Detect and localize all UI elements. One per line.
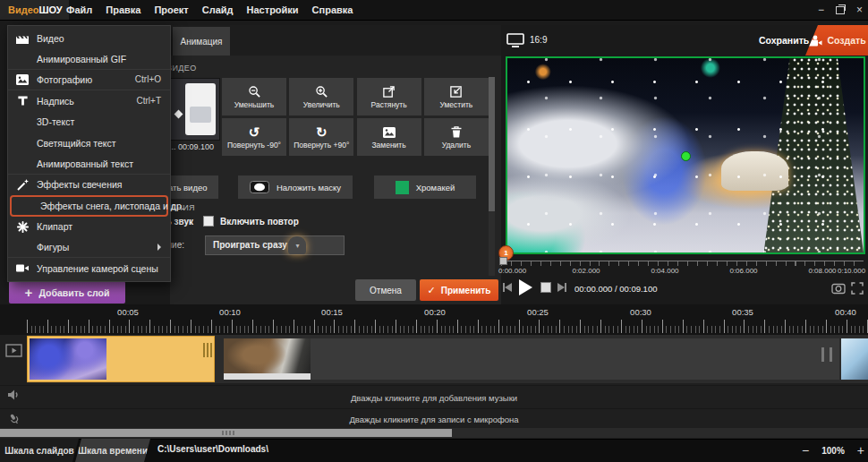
- rotate-ccw-button[interactable]: ↺ Повернуть -90°: [222, 118, 286, 156]
- menu-file[interactable]: Файл: [66, 4, 92, 15]
- rotate-ccw-icon: ↺: [249, 125, 260, 140]
- cancel-button[interactable]: Отмена: [355, 279, 416, 301]
- menu-item-video[interactable]: Видео: [8, 28, 170, 48]
- current-path-label: C:\Users\user\Downloads\: [157, 444, 268, 454]
- tl-label-7: 00:40: [835, 307, 856, 317]
- menu-settings[interactable]: Настройки: [247, 4, 299, 15]
- zoom-out-timeline-button[interactable]: −: [802, 444, 809, 457]
- scene-camera-icon: [8, 262, 37, 274]
- delete-button[interactable]: Удалить: [424, 118, 489, 156]
- music-track[interactable]: Дважды кликните для добавления музыки: [0, 385, 868, 409]
- chroma-key-button[interactable]: Хромакей: [374, 175, 476, 199]
- menu-items: Файл Правка Проект Слайд Настройки Справ…: [66, 0, 353, 20]
- menu-item-clipart[interactable]: Клипарт: [8, 217, 170, 237]
- zoom-in-timeline-button[interactable]: +: [857, 444, 864, 457]
- clip-2-thumbnail[interactable]: [224, 338, 311, 380]
- clip-duration-label: ... 00:09.100: [169, 142, 214, 151]
- menu-slide[interactable]: Слайд: [202, 4, 234, 15]
- mask-icon: [250, 181, 269, 193]
- menu-item-glow-text[interactable]: Светящийся текст: [8, 133, 170, 153]
- menu-project[interactable]: Проект: [154, 4, 188, 15]
- edit-panel: [170, 25, 501, 304]
- menu-edit[interactable]: Правка: [106, 4, 140, 15]
- menu-item-shapes[interactable]: Фигуры: [8, 237, 170, 258]
- timeline-clip-3[interactable]: [841, 338, 868, 380]
- stretch-button[interactable]: Растянуть: [357, 78, 421, 116]
- menu-item-3d-text[interactable]: 3D-текст: [8, 112, 170, 133]
- menu-item-animated-text[interactable]: Анимированный текст: [8, 153, 170, 174]
- menu-item-photo[interactable]: Фотографию Ctrl+O: [8, 70, 170, 90]
- trash-icon: [450, 125, 463, 140]
- add-layer-dropdown-menu: Видео Анимированный GIF Фотографию Ctrl+…: [7, 25, 171, 282]
- clip-1-thumbnail[interactable]: [30, 338, 106, 380]
- aspect-ratio-label: 16:9: [530, 35, 547, 45]
- app-logo[interactable]: ВидеоШОУ: [0, 0, 69, 20]
- chroma-green-icon: [396, 181, 409, 194]
- zoom-in-icon: [315, 85, 328, 99]
- window-controls: − ×: [818, 0, 863, 20]
- menu-item-scene-camera[interactable]: Управление камерой сцены: [8, 258, 170, 278]
- menu-help[interactable]: Справка: [312, 4, 353, 15]
- clip-1-trim-handle[interactable]: [203, 343, 212, 357]
- submenu-arrow-icon: [157, 244, 161, 251]
- mask-button[interactable]: Наложить маску: [238, 175, 353, 199]
- clip-2-trim-handle[interactable]: [821, 347, 832, 362]
- preview-seek-handle[interactable]: [499, 257, 507, 265]
- preview-ruler-ticks[interactable]: [501, 261, 864, 266]
- fit-button[interactable]: Уместить: [424, 78, 489, 116]
- logo-text-white: ШОУ: [39, 4, 63, 15]
- zoom-out-icon: [248, 85, 261, 99]
- logo-text-orange: Видео: [8, 4, 39, 15]
- repeat-checkbox[interactable]: [203, 216, 214, 227]
- text-tool-icon: [8, 95, 37, 107]
- section-video-label: ВИДЕО: [166, 64, 197, 73]
- restore-button[interactable]: [836, 6, 845, 14]
- minimize-button[interactable]: −: [818, 4, 824, 15]
- repeat-checkbox-row[interactable]: Включить повтор: [203, 216, 299, 227]
- zoom-in-button[interactable]: Увеличить: [289, 78, 353, 116]
- close-button[interactable]: ×: [856, 4, 863, 15]
- tl-label-2: 00:15: [321, 307, 343, 317]
- tab-time-scale[interactable]: Шкала времени: [75, 439, 150, 462]
- preview-tick-4: 0:08.000: [808, 267, 836, 275]
- fullscreen-icon[interactable]: [851, 282, 864, 295]
- menu-item-snow-effects[interactable]: Эффекты снега, листопада и др.: [10, 195, 168, 216]
- preview-viewport[interactable]: [506, 56, 865, 254]
- menu-item-glow-effects[interactable]: Эффекты свечения: [8, 175, 170, 195]
- timeline-clip-2[interactable]: [224, 338, 839, 380]
- videoshow-app-window: ВидеоШОУ Файл Правка Проект Слайд Настро…: [0, 0, 868, 462]
- zoom-controls: − 100% +: [802, 439, 864, 462]
- timeline-hscrollbar-thumb[interactable]: [0, 429, 452, 437]
- stop-button[interactable]: [540, 282, 551, 293]
- menu-item-animated-gif[interactable]: Анимированный GIF: [8, 48, 170, 69]
- center-handle[interactable]: [681, 151, 691, 161]
- preview-tick-0: 0:00.000: [498, 267, 526, 275]
- clip-photo-shape: [185, 83, 216, 135]
- zoom-out-button[interactable]: Уменьшить: [222, 78, 286, 116]
- play-button[interactable]: [519, 279, 532, 295]
- timeline-ruler-ticks[interactable]: [27, 320, 868, 333]
- microphone-track[interactable]: Дважды кликните для записи с микрофона: [0, 408, 868, 429]
- rotate-cw-button[interactable]: ↻ Повернуть +90°: [289, 118, 353, 156]
- current-clip-thumbnail[interactable]: [168, 78, 220, 141]
- clipart-asterisk-icon: [8, 220, 37, 234]
- tab-animation[interactable]: Анимация: [173, 27, 230, 56]
- video-track-icon: [5, 344, 22, 357]
- add-layer-button[interactable]: + Добавить слой: [9, 281, 125, 304]
- replace-button[interactable]: Заменить: [357, 118, 421, 156]
- tl-label-1: 00:10: [219, 307, 241, 317]
- playback-mode-select[interactable]: Проиграть сразу ▾: [205, 235, 345, 255]
- tl-label-4: 00:25: [527, 307, 549, 317]
- preview-tick-2: 0:04.000: [651, 267, 678, 275]
- save-button[interactable]: Сохранить: [759, 35, 809, 46]
- apply-button[interactable]: ✓ Применить: [420, 279, 498, 301]
- edit-panel-scrollbar-thumb[interactable]: [489, 77, 495, 211]
- check-icon: ✓: [428, 285, 436, 296]
- skip-start-button[interactable]: [503, 283, 512, 292]
- tab-slide-scale[interactable]: Шкала слайдов: [0, 439, 79, 462]
- snapshot-icon[interactable]: [831, 283, 846, 295]
- menu-item-caption[interactable]: Надпись Ctrl+T: [8, 90, 170, 111]
- speaker-icon: [7, 389, 21, 401]
- skip-end-button[interactable]: [557, 283, 566, 292]
- tl-label-6: 00:35: [732, 307, 753, 317]
